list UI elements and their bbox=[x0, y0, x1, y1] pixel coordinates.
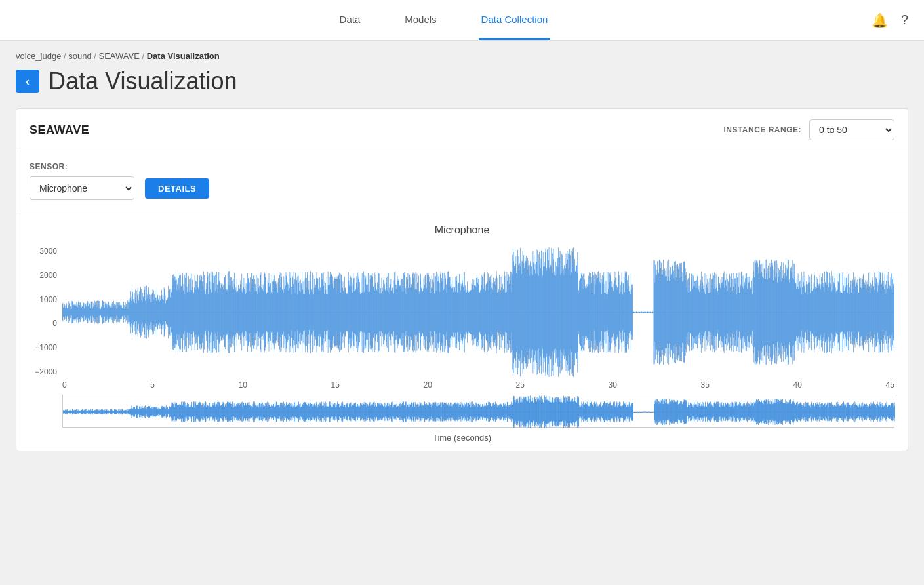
y-axis: 3000 2000 1000 0 −1000 −2000 bbox=[30, 247, 62, 378]
y-axis-label-2000: 2000 bbox=[39, 271, 57, 280]
x-label-20: 20 bbox=[424, 380, 432, 390]
y-axis-label-1000: 1000 bbox=[39, 295, 57, 304]
bell-icon[interactable]: 🔔 bbox=[872, 12, 888, 28]
instance-range-select[interactable]: 0 to 50 50 to 100 100 to 150 bbox=[809, 119, 894, 140]
sensor-label: SENSOR: bbox=[30, 162, 894, 171]
nav-icons: 🔔 ? bbox=[872, 12, 908, 28]
breadcrumb-part-1: voice_judge bbox=[16, 51, 61, 61]
page-header: ‹ Data Visualization bbox=[16, 68, 908, 95]
y-axis-label-neg2000: −2000 bbox=[35, 367, 57, 376]
x-label-35: 35 bbox=[701, 380, 710, 390]
x-label-0: 0 bbox=[62, 380, 67, 390]
x-label-30: 30 bbox=[609, 380, 617, 390]
x-axis: 0 5 10 15 20 25 30 35 40 45 bbox=[30, 378, 894, 390]
x-label-15: 15 bbox=[331, 380, 340, 390]
x-label-45: 45 bbox=[886, 380, 894, 390]
x-label-25: 25 bbox=[516, 380, 525, 390]
content-area: voice_judge / sound / SEAWAVE / Data Vis… bbox=[0, 41, 924, 462]
breadcrumb: voice_judge / sound / SEAWAVE / Data Vis… bbox=[16, 51, 908, 61]
sensor-controls: Microphone Accelerometer Gyroscope DETAI… bbox=[30, 176, 894, 200]
overview-waveform-canvas bbox=[63, 395, 895, 428]
nav-data-collection[interactable]: Data Collection bbox=[479, 1, 551, 40]
chart-body bbox=[62, 247, 894, 378]
y-axis-label-neg1000: −1000 bbox=[35, 343, 57, 352]
nav-links: Data Models Data Collection bbox=[16, 1, 872, 40]
sensor-select[interactable]: Microphone Accelerometer Gyroscope bbox=[30, 176, 134, 200]
main-card: SEAWAVE INSTANCE RANGE: 0 to 50 50 to 10… bbox=[16, 108, 908, 451]
sensor-section: SENSOR: Microphone Accelerometer Gyrosco… bbox=[16, 151, 908, 211]
card-header: SEAWAVE INSTANCE RANGE: 0 to 50 50 to 10… bbox=[16, 109, 908, 151]
breadcrumb-part-2: sound bbox=[68, 51, 91, 61]
x-axis-label: Time (seconds) bbox=[30, 433, 894, 451]
breadcrumb-current: Data Visualization bbox=[147, 51, 220, 61]
chart-title: Microphone bbox=[30, 224, 894, 236]
x-label-5: 5 bbox=[150, 380, 155, 390]
breadcrumb-part-3: SEAWAVE bbox=[99, 51, 140, 61]
x-label-40: 40 bbox=[793, 380, 802, 390]
navbar: Data Models Data Collection 🔔 ? bbox=[0, 0, 924, 41]
back-button[interactable]: ‹ bbox=[16, 70, 39, 93]
chart-area: Microphone 3000 2000 1000 0 −1000 −2000 bbox=[16, 211, 908, 451]
help-icon[interactable]: ? bbox=[901, 12, 908, 28]
instance-range-label: INSTANCE RANGE: bbox=[723, 125, 801, 134]
overview-chart bbox=[62, 395, 894, 428]
seawave-title: SEAWAVE bbox=[30, 123, 89, 137]
chart-wrapper: 3000 2000 1000 0 −1000 −2000 0 5 10 bbox=[30, 247, 894, 451]
nav-data[interactable]: Data bbox=[337, 1, 363, 40]
instance-range-container: INSTANCE RANGE: 0 to 50 50 to 100 100 to… bbox=[723, 119, 894, 140]
page-title: Data Visualization bbox=[49, 68, 237, 95]
details-button[interactable]: DETAILS bbox=[145, 178, 209, 199]
y-axis-label-3000: 3000 bbox=[39, 247, 57, 256]
main-waveform-canvas bbox=[62, 247, 894, 378]
y-axis-label-0: 0 bbox=[52, 319, 57, 328]
x-label-10: 10 bbox=[239, 380, 247, 390]
nav-models[interactable]: Models bbox=[402, 1, 439, 40]
main-chart: 3000 2000 1000 0 −1000 −2000 bbox=[30, 247, 894, 378]
